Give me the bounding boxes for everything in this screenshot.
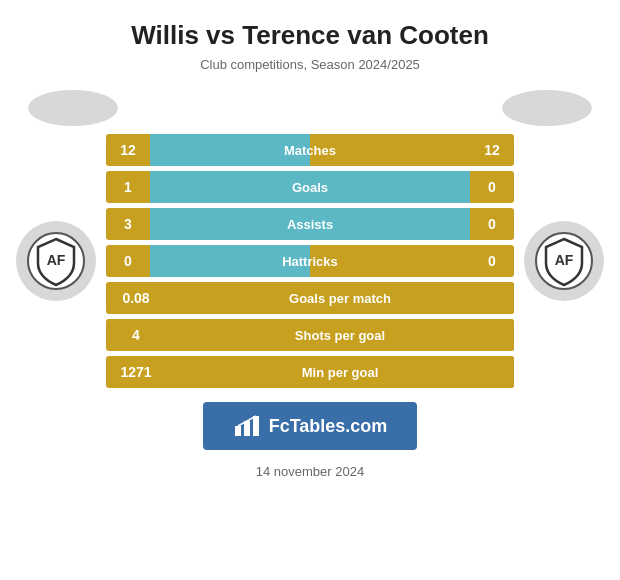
left-top-ellipse [28, 90, 118, 126]
stat-spg-bar: Shots per goal [166, 319, 514, 351]
right-top-ellipse [502, 90, 592, 126]
stat-row-matches: 12 Matches 12 [106, 134, 514, 166]
stat-hattricks-left: 0 [106, 253, 150, 269]
date-label: 14 november 2024 [256, 464, 364, 479]
svg-rect-5 [244, 421, 250, 436]
stat-row-goals: 1 Goals 0 [106, 171, 514, 203]
stat-hattricks-label: Hattricks [150, 254, 470, 269]
stat-goals-left: 1 [106, 179, 150, 195]
stat-gpm-value: 0.08 [106, 290, 166, 306]
svg-text:AF: AF [47, 252, 66, 268]
stat-assists-bar: Assists [150, 208, 470, 240]
fctables-label: FcTables.com [269, 416, 388, 437]
comparison-area: AF 12 Matches 12 1 Goals 0 [10, 134, 610, 388]
fctables-icon [233, 412, 261, 440]
stat-assists-right: 0 [470, 216, 514, 232]
stat-row-min-per-goal: 1271 Min per goal [106, 356, 514, 388]
right-team-logo: AF [524, 221, 604, 301]
stat-mpg-label: Min per goal [302, 365, 379, 380]
stats-column: 12 Matches 12 1 Goals 0 3 Assi [106, 134, 514, 388]
stat-matches-bar: Matches [150, 134, 470, 166]
fctables-banner: FcTables.com [203, 402, 418, 450]
stat-hattricks-right: 0 [470, 253, 514, 269]
stat-row-goals-per-match: 0.08 Goals per match [106, 282, 514, 314]
stat-spg-value: 4 [106, 327, 166, 343]
svg-rect-4 [235, 426, 241, 436]
stat-assists-label: Assists [150, 217, 470, 232]
stat-mpg-bar: Min per goal [166, 356, 514, 388]
stat-row-shots-per-goal: 4 Shots per goal [106, 319, 514, 351]
stat-row-hattricks: 0 Hattricks 0 [106, 245, 514, 277]
stat-goals-bar: Goals [150, 171, 470, 203]
stat-matches-right: 12 [470, 142, 514, 158]
stat-matches-label: Matches [150, 143, 470, 158]
left-team-logo: AF [16, 221, 96, 301]
stat-gpm-bar: Goals per match [166, 282, 514, 314]
stat-hattricks-bar: Hattricks [150, 245, 470, 277]
stat-spg-label: Shots per goal [295, 328, 385, 343]
stat-assists-left: 3 [106, 216, 150, 232]
stat-row-assists: 3 Assists 0 [106, 208, 514, 240]
page-subtitle: Club competitions, Season 2024/2025 [200, 57, 420, 72]
svg-text:AF: AF [555, 252, 574, 268]
stat-goals-label: Goals [150, 180, 470, 195]
stat-matches-left: 12 [106, 142, 150, 158]
page-title: Willis vs Terence van Cooten [131, 20, 489, 51]
stat-gpm-label: Goals per match [289, 291, 391, 306]
stat-goals-right: 0 [470, 179, 514, 195]
page-wrapper: Willis vs Terence van Cooten Club compet… [0, 0, 620, 494]
svg-rect-6 [253, 416, 259, 436]
stat-mpg-value: 1271 [106, 364, 166, 380]
